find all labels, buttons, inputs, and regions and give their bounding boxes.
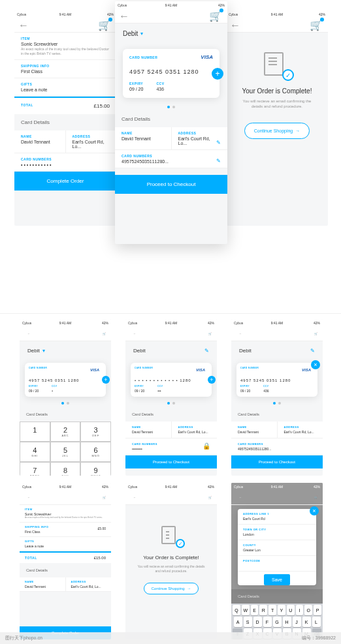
phone-debit-card: Cybus9:41 AM42% ← 🛒 Debit▾ VISA CARD NUM…	[115, 1, 227, 244]
nav-bar: ← 🛒	[226, 18, 328, 33]
card-details-header: Card Details	[14, 114, 116, 130]
cart-icon[interactable]: 🛒	[208, 496, 212, 499]
check-icon: ✓	[282, 69, 294, 81]
cart-icon[interactable]: 🛒	[209, 10, 222, 22]
address-field[interactable]: ADDRESSEarl's Court Rd, Lo... ✎	[172, 127, 228, 150]
key-Y[interactable]: Y	[278, 605, 285, 615]
visa-logo: VISA	[201, 54, 213, 60]
debit-dropdown[interactable]: Debit▾	[115, 23, 227, 44]
back-icon[interactable]: ←	[25, 330, 33, 338]
card-numbers-field[interactable]: CARD NUMBERS • • • • • • • • • • •	[14, 153, 116, 172]
cart-icon[interactable]: 🛒	[314, 496, 317, 499]
page-dots	[115, 103, 227, 111]
key-W[interactable]: W	[242, 605, 250, 615]
key-S[interactable]: S	[244, 617, 252, 627]
keypad-key-9[interactable]: 9WXYZ	[80, 462, 111, 476]
keypad-key-7[interactable]: 7PQRS	[20, 462, 50, 476]
keypad-key-1[interactable]: 1	[20, 422, 50, 442]
back-icon[interactable]: ←	[231, 22, 239, 29]
name-field[interactable]: NAME David Tennant	[115, 127, 172, 150]
complete-desc: You will recieve an email confirming the…	[239, 99, 315, 110]
key-O[interactable]: O	[304, 605, 312, 615]
complete-title: Your Order is Complete!	[239, 87, 315, 95]
key-Q[interactable]: Q	[233, 605, 240, 615]
nav-bar: ← 🛒	[115, 9, 227, 23]
phone-card-masked: Cybus9:41 AM42% ←🛒 Debit✎ VISA CARD NUMB…	[125, 319, 217, 476]
proceed-checkout-button[interactable]: Proceed to Checkout	[125, 455, 217, 468]
back-icon[interactable]: ←	[131, 494, 138, 502]
credit-card[interactable]: VISA CARD NUMBER 4957 5245 0351 1280 EXP…	[123, 49, 219, 98]
edit-icon[interactable]: ✎	[216, 158, 221, 164]
key-P[interactable]: P	[314, 605, 321, 615]
key-L[interactable]: L	[312, 617, 321, 627]
cart-icon[interactable]: 🛒	[208, 332, 212, 335]
phone-order-complete: Cybus9:41 AM42% ← 🛒 ✓ Your Order is Comp…	[226, 10, 328, 226]
cart-icon[interactable]: 🛒	[103, 496, 106, 499]
back-icon[interactable]: ←	[236, 330, 244, 338]
phone-keypad: Cybus9:41 AM42% ←🛒 Debit▾ VISA CARD NUMB…	[20, 319, 111, 476]
numeric-keypad: 12ABC3DEF4GHI5JKL6MNO7PQRS8TUV9WXYZ0⌫	[20, 422, 111, 476]
key-T[interactable]: T	[268, 605, 276, 615]
address-field[interactable]: ADDRESS Earl's Court Rd, Lo...	[66, 130, 117, 153]
edit-icon[interactable]: ✎	[216, 140, 221, 146]
card-details-header: Card Details	[115, 111, 227, 127]
chevron-down-icon: ▾	[140, 31, 143, 37]
keypad-key-5[interactable]: 5JKL	[50, 442, 81, 462]
back-icon[interactable]: ←	[25, 494, 33, 502]
nav-bar: ← 🛒	[14, 18, 116, 33]
proceed-checkout-button[interactable]: Proceed to Checkout	[115, 175, 227, 194]
back-icon[interactable]: ←	[131, 330, 138, 338]
status-bar: Cybus9:41 AM42%	[226, 10, 328, 18]
phone-order-summary: Cybus9:41 AM42% ← 🛒 ITEM Sonic Screwdriv…	[14, 10, 116, 226]
cart-icon[interactable]: 🛒	[310, 19, 323, 31]
keypad-key-4[interactable]: 4GHI	[20, 442, 50, 462]
complete-order-button[interactable]: Complete Order	[14, 172, 116, 191]
watermark: 图行天下phopo.cn编号：39988922	[0, 632, 341, 644]
name-field[interactable]: NAME David Tennant	[14, 130, 66, 153]
cart-icon[interactable]: 🛒	[314, 332, 317, 335]
shipping-row: SHIPPING INFO First Class	[14, 60, 116, 78]
key-I[interactable]: I	[296, 605, 304, 615]
continue-shopping-button[interactable]: Continue Shopping→	[144, 583, 198, 594]
phone-summary-small: Cybus9:41 AM42% ←🛒 ITEMSonic Screwdriver…	[20, 483, 111, 639]
cart-icon[interactable]: 🛒	[103, 332, 106, 335]
phone-address-edit: Cybus9:41 AM42% ←🛒 × ADDRESS LINE 1Earl'…	[231, 483, 323, 639]
key-J[interactable]: J	[293, 617, 301, 627]
proceed-checkout-button[interactable]: Proceed to Checkout	[231, 455, 323, 468]
close-popup-button[interactable]: ×	[310, 506, 319, 515]
gifts-row[interactable]: GIFTS Leave a note	[14, 78, 116, 97]
status-bar: Cybus9:41 AM42%	[14, 10, 116, 18]
key-G[interactable]: G	[273, 617, 282, 627]
address-popup: × ADDRESS LINE 1Earl's Court Rd TOWN OR …	[238, 509, 316, 585]
close-card-button[interactable]: ×	[311, 360, 320, 369]
add-card-button[interactable]: +	[212, 68, 223, 80]
key-E[interactable]: E	[251, 605, 259, 615]
key-R[interactable]: R	[259, 605, 267, 615]
key-K[interactable]: K	[302, 617, 311, 627]
back-icon[interactable]: ←	[236, 494, 244, 502]
cart-icon[interactable]: 🛒	[98, 19, 111, 31]
key-U[interactable]: U	[287, 605, 295, 615]
phone-card-close: Cybus9:41 AM42% ←🛒 Debit✎ VISA × CARD NU…	[231, 319, 323, 476]
keypad-key-8[interactable]: 8TUV	[50, 462, 81, 476]
back-icon[interactable]: ←	[120, 12, 128, 20]
item-row: ITEM Sonic Screwdriver An exact replica …	[14, 33, 116, 60]
keypad-key-6[interactable]: 6MNO	[80, 442, 111, 462]
keypad-key-3[interactable]: 3DEF	[80, 422, 111, 442]
key-H[interactable]: H	[283, 617, 291, 627]
save-button[interactable]: Save	[264, 574, 290, 585]
complete-icon: ✓	[264, 52, 290, 78]
continue-shopping-button[interactable]: Continue Shopping→	[244, 123, 310, 139]
phone-complete-small: Cybus9:41 AM42% ←🛒 ✓ Your Order is Compl…	[125, 483, 217, 639]
status-bar: Cybus9:41 AM42%	[115, 1, 227, 9]
lock-icon: 🔒	[203, 442, 210, 451]
key-A[interactable]: A	[234, 617, 242, 627]
keypad-key-2[interactable]: 2ABC	[50, 422, 81, 442]
key-D[interactable]: D	[253, 617, 262, 627]
total-row: TOTAL £15.00	[14, 97, 116, 114]
edit-icon[interactable]: ✎	[204, 348, 209, 354]
key-F[interactable]: F	[263, 617, 272, 627]
card-numbers-field[interactable]: CARD NUMBERS49575245035111280... ✎	[115, 150, 227, 168]
back-icon[interactable]: ←	[20, 22, 27, 29]
